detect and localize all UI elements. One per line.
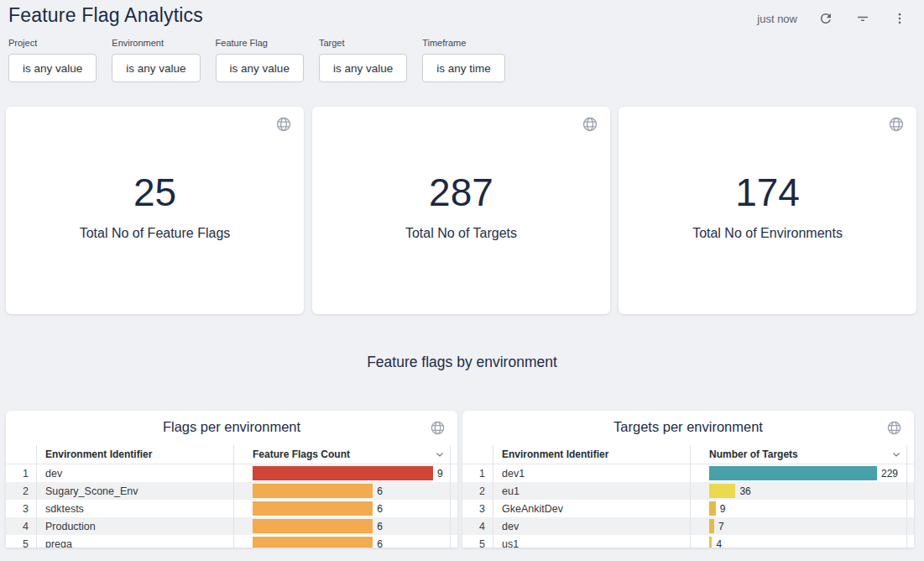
kpi-tile-environments: 174 Total No of Environments [619,107,916,314]
value-label: 6 [377,521,383,532]
filter-timeframe-button[interactable]: is any time [422,54,505,82]
kpi-value: 287 [429,171,493,214]
kpi-value: 25 [133,171,176,214]
filter-bar: Project is any value Environment is any … [0,27,924,82]
page-title: Feature Flag Analytics [8,4,203,27]
table-body: 1 dev1 229 2 eu1 36 3 GkeAnkitDev 9 4 de… [462,464,914,548]
measure-cell: 36 [690,482,906,500]
chevron-down-icon[interactable] [434,448,446,460]
table-row[interactable]: 4 dev 7 [462,517,914,535]
kpi-content: 25 Total No of Feature Flags [80,171,231,242]
environment-identifier-cell: eu1 [493,482,690,500]
row-number: 3 [6,503,36,515]
value-label: 9 [437,468,443,480]
filter-environment: Environment is any value [112,38,200,82]
filter-feature-flag-button[interactable]: is any value [216,54,304,82]
value-bar [253,501,373,516]
kpi-content: 287 Total No of Targets [405,171,517,242]
measure-cell: 9 [233,464,450,482]
column-spacer [450,445,457,464]
filter-target-label: Target [319,38,407,48]
kpi-label: Total No of Environments [692,226,843,241]
globe-icon[interactable] [888,116,905,136]
table-row[interactable]: 4 Production 6 [6,517,457,535]
column-spacer [450,517,457,535]
table-row[interactable]: 2 eu1 36 [462,482,914,500]
measure-cell: 229 [690,464,906,482]
environment-identifier-cell: Sugary_Scone_Env [36,482,233,500]
table-row[interactable]: 5 us1 4 [462,535,914,548]
filter-feature-flag: Feature Flag is any value [216,38,304,82]
globe-icon[interactable] [582,116,598,136]
environment-identifier-cell: dev [493,517,690,535]
measure-cell: 4 [690,535,906,548]
environment-identifier-cell: prega [36,535,233,548]
value-bar [709,484,735,498]
section-heading: Feature flags by environment [0,354,924,371]
kpi-label: Total No of Feature Flags [80,226,231,241]
value-label: 6 [377,538,383,548]
measure-cell: 6 [233,482,450,500]
top-bar: Feature Flag Analytics just now [0,0,924,27]
table-row[interactable]: 3 GkeAnkitDev 9 [462,500,914,517]
refresh-icon[interactable] [817,10,834,27]
last-updated-label: just now [757,13,797,25]
chevron-down-icon[interactable] [890,448,902,460]
globe-icon[interactable] [430,420,446,439]
column-spacer [906,517,914,535]
table-body: 1 dev 9 2 Sugary_Scone_Env 6 3 sdktests … [6,464,457,548]
filter-target-button[interactable]: is any value [319,54,407,82]
column-header-measure: Feature Flags Count [233,445,450,464]
value-label: 6 [377,485,383,497]
table-card-targets-per-environment: Targets per environment Environment Iden… [462,411,914,548]
row-number: 2 [462,485,493,497]
filter-environment-button[interactable]: is any value [112,54,200,82]
filter-project-label: Project [8,38,97,48]
filter-timeframe: Timeframe is any time [422,38,505,82]
environment-identifier-cell: dev1 [493,464,690,482]
column-spacer [450,500,457,517]
column-spacer [906,445,914,464]
table-header-row: Environment Identifier Number of Targets [462,445,914,464]
value-bar [709,501,716,516]
value-label: 6 [377,503,383,515]
measure-cell: 6 [233,517,450,535]
kebab-menu-icon[interactable] [891,10,908,27]
row-number: 1 [6,468,36,480]
value-label: 229 [881,468,898,480]
globe-icon[interactable] [886,420,902,439]
row-number: 5 [462,538,493,548]
kpi-value: 174 [735,171,800,214]
column-spacer [906,535,914,548]
environment-identifier-cell: sdktests [36,500,233,517]
filter-environment-label: Environment [112,38,200,48]
kpi-label: Total No of Targets [405,226,517,241]
filter-project-button[interactable]: is any value [8,54,97,82]
row-number: 5 [6,538,36,548]
table-card-flags-per-environment: Flags per environment Environment Identi… [6,411,457,548]
globe-icon[interactable] [275,116,292,136]
column-spacer [450,535,457,548]
value-bar [253,484,373,498]
value-bar [709,537,712,548]
value-label: 36 [739,485,750,497]
environment-identifier-cell: Production [36,517,233,535]
tables-row: Flags per environment Environment Identi… [0,371,924,548]
value-bar [709,519,714,533]
table-row[interactable]: 5 prega 6 [6,535,457,548]
filter-feature-flag-label: Feature Flag [216,38,304,48]
measure-cell: 6 [233,535,450,548]
table-row[interactable]: 1 dev 9 [6,464,457,482]
table-row[interactable]: 1 dev1 229 [462,464,914,482]
table-row[interactable]: 2 Sugary_Scone_Env 6 [6,482,457,500]
column-header-environment: Environment Identifier [493,445,690,464]
filter-project: Project is any value [8,38,97,82]
measure-cell: 7 [690,517,906,535]
chart-title: Flags per environment [6,411,457,445]
environment-identifier-cell: dev [36,464,233,482]
value-bar [709,466,877,480]
value-bar [253,519,373,533]
value-label: 9 [720,503,726,515]
filter-icon[interactable] [854,10,871,27]
table-row[interactable]: 3 sdktests 6 [6,500,457,517]
